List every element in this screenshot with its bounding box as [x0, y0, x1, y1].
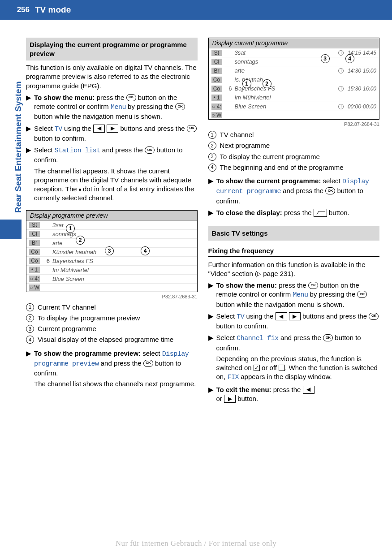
callout-4: 4	[345, 54, 354, 63]
back-button-icon	[314, 209, 327, 217]
legend-item: 4Visual display of the elapsed programme…	[26, 335, 198, 344]
figure-row: Clsonntags	[26, 230, 197, 239]
page-title: TV mode	[32, 5, 71, 15]
footer-watermark: Nur für internen Gebrauch / For internal…	[0, 539, 392, 548]
dot-icon	[79, 189, 81, 191]
figure-title: Display programme preview	[26, 211, 197, 221]
figure-row: ○ 4:Blue Screen	[26, 275, 197, 284]
figure-programme-preview: Display programme preview St3satClsonnta…	[26, 210, 198, 292]
ok-button-icon: OK	[357, 291, 367, 298]
step-show-menu: ▶ To show the menu: press the OK button …	[26, 93, 198, 121]
label: To show the programme preview:	[34, 349, 141, 357]
step-show-current: ▶ To show the current programme: select …	[208, 177, 380, 206]
callout-2: 2	[76, 236, 85, 245]
callout-1: 1	[66, 224, 75, 233]
epg-intro-paragraph: This function is only available on digit…	[26, 63, 198, 91]
section-heading-epg: Displaying the current programme or prog…	[26, 38, 198, 60]
checkbox-off-icon	[279, 365, 285, 371]
left-arrow-icon: ◀	[276, 312, 287, 320]
figure-row: ○ W	[209, 111, 379, 119]
step-channel-fix: ▶ Select Channel fix and press the OK bu…	[208, 333, 380, 382]
step-show-preview: ▶ To show the programme preview: select …	[26, 349, 198, 389]
figure-row: ○ 4:Blue Screen00:00-00:00	[209, 102, 379, 111]
callout-3: 3	[321, 54, 330, 63]
label: To close the display:	[216, 209, 282, 216]
ok-button-icon: OK	[175, 103, 185, 110]
legend-item: 2To display the programme preview	[26, 314, 198, 323]
legend-item: 4The beginning and end of the programme	[208, 163, 380, 172]
figure-id: P82.87-2684-31	[208, 121, 380, 127]
figure-id: P82.87-2683-31	[26, 294, 198, 299]
legend-item: 3Current programme	[26, 324, 198, 333]
figure-row: • 1Im Mühlviertel	[26, 266, 197, 275]
left-arrow-icon: ◀	[93, 125, 105, 133]
ok-button-icon: OK	[143, 360, 153, 367]
ok-button-icon: OK	[126, 94, 136, 101]
sidebar-chapter-label: Rear Seat Entertainment System	[13, 81, 23, 213]
callout-1: 1	[242, 79, 251, 88]
right-arrow-icon: ▶	[289, 312, 301, 320]
ok-button-icon: OK	[308, 282, 318, 289]
label: To show the current programme:	[216, 177, 321, 185]
ok-button-icon: OK	[323, 334, 333, 341]
label: To exit the menu:	[216, 386, 271, 393]
figure-row: ○ W	[26, 284, 197, 292]
station-list-term: Station list	[55, 147, 100, 155]
triangle-ref-icon: ▷	[257, 270, 261, 277]
legend-item: 2Next programme	[208, 141, 380, 150]
step-exit-menu: ▶ To exit the menu: press the ◀ or ▶ but…	[208, 385, 380, 404]
legend-item: 3To display the current programme	[208, 152, 380, 161]
callout-3: 3	[105, 246, 114, 255]
right-arrow-icon: ▶	[224, 395, 236, 403]
step-close-display: ▶ To close the display: press the button…	[208, 208, 380, 217]
figure-row: Brarte14:30-15:00	[209, 66, 379, 75]
figure-row: Brarte	[26, 239, 197, 248]
figure-row: Co6Bayerisches FS15:30-16:00	[209, 84, 379, 93]
ok-button-icon: OK	[369, 313, 379, 320]
ok-button-icon: OK	[187, 125, 197, 132]
page-number: 256	[0, 5, 32, 14]
menu-term: Menu	[111, 103, 126, 111]
step-select-station-list: ▶ Select Station list and press the OK b…	[26, 146, 198, 203]
figure-title: Display current programme	[209, 38, 379, 48]
checkbox-on-icon	[254, 365, 260, 371]
figure-current-programme: Display current programme St3sat14:15-14…	[208, 38, 380, 120]
content-area: Displaying the current programme or prog…	[26, 38, 379, 406]
freq-intro: Further information on this function is …	[208, 260, 380, 279]
ok-button-icon: OK	[325, 187, 335, 194]
figure-row: St3sat	[26, 221, 197, 230]
figure-row: • 1Im Mühlviertel	[209, 93, 379, 102]
step-show-menu-2: ▶ To show the menu: press the OK button …	[208, 281, 380, 309]
fix-term: FIX	[228, 374, 239, 381]
label: To show the menu:	[216, 281, 277, 289]
step-select-tv: ▶ Select TV using the ◀ ▶ buttons and pr…	[26, 124, 198, 143]
right-column: Display current programme St3sat14:15-14…	[208, 38, 380, 406]
left-arrow-icon: ◀	[303, 386, 314, 394]
section-heading-basic-tv: Basic TV settings	[208, 226, 380, 241]
figure-row: Cois. hautnah	[209, 75, 379, 84]
subheading-fixing-freq: Fixing the frequency	[208, 246, 380, 257]
legend-item: 1Current TV channel	[26, 303, 198, 312]
ok-button-icon: OK	[145, 147, 155, 154]
channel-fix-term: Channel fix	[237, 335, 279, 342]
legend-item: 1TV channel	[208, 130, 380, 139]
step-select-tv-2: ▶ Select TV using the ◀ ▶ buttons and pr…	[208, 312, 380, 331]
sidebar-tab	[0, 220, 22, 239]
page-header: 256 TV mode	[0, 0, 392, 20]
left-column: Displaying the current programme or prog…	[26, 38, 198, 406]
callout-4: 4	[141, 246, 150, 255]
figure-row: Co6Bayerisches FS	[26, 257, 197, 266]
callout-2: 2	[263, 79, 271, 88]
menu-term: Menu	[293, 291, 308, 299]
right-arrow-icon: ▶	[107, 125, 118, 133]
tv-term: TV	[237, 313, 244, 321]
tv-term: TV	[55, 125, 62, 133]
label: To show the menu:	[34, 94, 95, 101]
